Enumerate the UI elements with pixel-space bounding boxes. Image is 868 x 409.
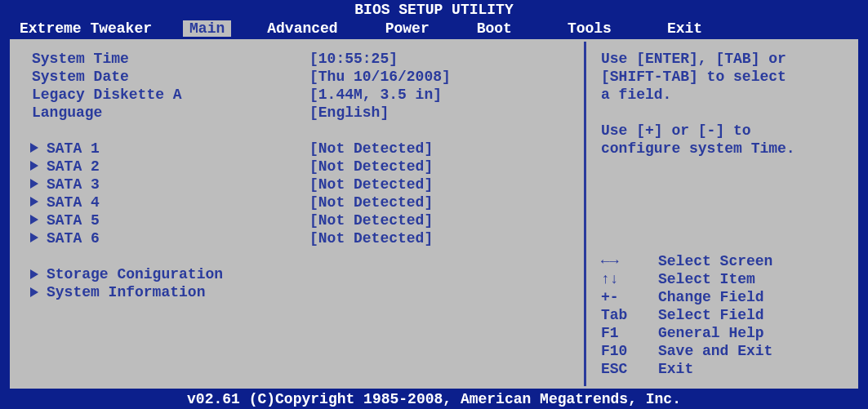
content-panels: System Time [10:55:25] System Date [Thu … (10, 39, 858, 389)
key-desc: Select Field (658, 306, 764, 324)
key-plus-minus: +- (601, 288, 658, 306)
row-system-time[interactable]: System Time [10:55:25] (32, 50, 577, 68)
value-language[interactable]: [English] (309, 104, 389, 122)
menu-boot[interactable]: Boot (469, 20, 520, 37)
key-row-select-field: Tab Select Field (601, 306, 844, 324)
window-title: BIOS SETUP UTILITY (0, 0, 868, 20)
menu-exit[interactable]: Exit (659, 20, 710, 37)
value-sata-3: [Not Detected] (309, 176, 433, 193)
key-row-change-field: +- Change Field (601, 288, 844, 306)
triangle-icon (30, 197, 38, 207)
key-desc: Exit (658, 360, 693, 378)
help-panel: Use [ENTER], [TAB] or [SHIFT-TAB] to sel… (586, 42, 856, 386)
menu-tools[interactable]: Tools (559, 20, 620, 37)
key-row-select-item: ↑↓ Select Item (601, 270, 844, 288)
value-system-time[interactable]: [10:55:25] (309, 50, 398, 68)
row-system-date[interactable]: System Date [Thu 10/16/2008] (32, 68, 577, 86)
help-line-5: configure system Time. (601, 140, 844, 158)
help-line-4: Use [+] or [-] to (601, 122, 844, 140)
help-line-3: a field. (601, 86, 844, 104)
label-sata-5: SATA 5 (47, 212, 100, 229)
label-sata-4: SATA 4 (47, 194, 100, 211)
submenu-storage-configuration[interactable]: Storage Coniguration (32, 265, 577, 283)
menu-advanced[interactable]: Advanced (259, 20, 345, 37)
footer-copyright: v02.61 (C)Copyright 1985-2008, American … (0, 390, 868, 409)
label-sata-3: SATA 3 (47, 176, 100, 193)
triangle-icon (30, 161, 38, 171)
key-desc: Select Item (658, 270, 755, 288)
row-language[interactable]: Language [English] (32, 104, 577, 122)
help-line-1: Use [ENTER], [TAB] or (601, 50, 844, 68)
row-sata-5[interactable]: SATA 5 [Not Detected] (32, 211, 577, 229)
value-sata-1: [Not Detected] (309, 140, 433, 158)
value-sata-2: [Not Detected] (309, 158, 433, 176)
row-sata-1[interactable]: SATA 1 [Not Detected] (32, 140, 577, 158)
key-row-exit: ESC Exit (601, 360, 844, 378)
value-sata-6: [Not Detected] (309, 229, 433, 247)
key-desc: Save and Exit (658, 342, 772, 360)
help-line-2: [SHIFT-TAB] to select (601, 68, 844, 86)
label-storage-configuration: Storage Coniguration (47, 265, 223, 283)
triangle-icon (30, 215, 38, 225)
key-desc: Change Field (658, 288, 764, 306)
label-system-date: System Date (32, 68, 309, 86)
key-f1: F1 (601, 324, 658, 342)
menu-power[interactable]: Power (377, 20, 438, 37)
label-sata-6: SATA 6 (47, 230, 100, 247)
row-sata-4[interactable]: SATA 4 [Not Detected] (32, 193, 577, 211)
label-sata-1: SATA 1 (47, 140, 100, 157)
value-legacy-diskette[interactable]: [1.44M, 3.5 in] (309, 86, 442, 104)
menu-extreme-tweaker[interactable]: Extreme Tweaker (11, 20, 160, 37)
menu-bar: Extreme Tweaker Main Advanced Power Boot… (0, 20, 868, 39)
key-tab: Tab (601, 306, 658, 324)
label-system-time: System Time (32, 50, 309, 68)
key-help: ←→ Select Screen ↑↓ Select Item +- Chang… (601, 252, 844, 378)
key-row-select-screen: ←→ Select Screen (601, 252, 844, 270)
label-sata-2: SATA 2 (47, 158, 100, 175)
key-f10: F10 (601, 342, 658, 360)
row-sata-6[interactable]: SATA 6 [Not Detected] (32, 229, 577, 247)
triangle-icon (30, 287, 38, 297)
key-row-general-help: F1 General Help (601, 324, 844, 342)
label-legacy-diskette: Legacy Diskette A (32, 86, 309, 104)
value-sata-4: [Not Detected] (309, 193, 433, 211)
value-sata-5: [Not Detected] (309, 211, 433, 229)
key-row-save-exit: F10 Save and Exit (601, 342, 844, 360)
label-system-information: System Information (47, 283, 205, 301)
value-system-date[interactable]: [Thu 10/16/2008] (309, 68, 451, 86)
settings-panel: System Time [10:55:25] System Date [Thu … (12, 42, 586, 386)
menu-main[interactable]: Main (183, 20, 231, 37)
key-esc: ESC (601, 360, 658, 378)
key-desc: Select Screen (658, 252, 772, 270)
triangle-icon (30, 179, 38, 189)
key-desc: General Help (658, 324, 764, 342)
row-legacy-diskette[interactable]: Legacy Diskette A [1.44M, 3.5 in] (32, 86, 577, 104)
label-language: Language (32, 104, 309, 122)
triangle-icon (30, 269, 38, 279)
row-sata-3[interactable]: SATA 3 [Not Detected] (32, 176, 577, 193)
key-arrows-ud-icon: ↑↓ (601, 270, 658, 288)
submenu-system-information[interactable]: System Information (32, 283, 577, 301)
triangle-icon (30, 233, 38, 242)
key-arrows-lr-icon: ←→ (601, 252, 658, 270)
triangle-icon (30, 143, 38, 153)
row-sata-2[interactable]: SATA 2 [Not Detected] (32, 158, 577, 176)
